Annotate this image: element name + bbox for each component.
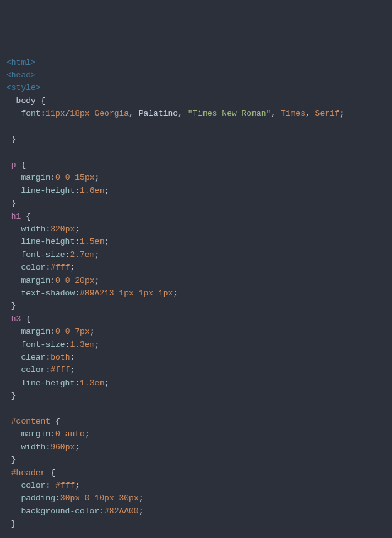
code-line: <html> [6,57,386,69]
code-line: margin:0 0 15px; [6,172,386,184]
code-line: } [6,454,386,466]
code-token [60,173,65,182]
code-token: margin [21,276,50,285]
code-token: 1px [139,288,153,298]
code-token [6,250,21,260]
code-token: 1.3em [70,340,94,349]
code-token: ; [104,186,109,195]
code-token: #fff [50,263,70,272]
code-line: } [6,300,386,312]
code-token: background-color [21,507,99,516]
code-token: , [305,109,315,118]
code-token [6,327,21,336]
code-token: font [21,109,40,118]
code-line: body { [6,95,386,107]
code-token: 7px [75,327,89,336]
code-token: 1.6em [80,186,104,195]
code-token: h1 [11,212,21,221]
code-token [80,493,85,503]
code-token: : [99,507,104,516]
code-token [6,507,21,516]
code-token [6,365,21,375]
code-token: : [75,288,80,298]
code-line: font-size:1.3em; [6,339,386,351]
code-token: color [21,481,45,490]
code-token [6,186,21,195]
code-token: : [75,186,80,195]
code-token: font-size [21,250,65,260]
code-line: background-color:#82AA00; [6,505,386,518]
code-token: } [11,391,16,400]
code-token: : [45,481,55,490]
code-token [50,417,55,426]
code-token [6,442,21,452]
code-token: #82AA00 [104,507,139,516]
code-token: : [50,429,55,439]
code-token: { [41,96,46,106]
code-token: auto [65,429,85,439]
code-token [6,340,21,349]
code-token: Times [281,109,305,118]
code-token: } [11,199,16,208]
code-line: font:11px/18px Georgia, Palatino, "Times… [6,107,386,120]
code-token: ; [340,109,345,118]
code-token: margin [21,429,50,439]
code-token [6,493,21,503]
code-token: : [75,378,80,388]
code-token: { [21,160,26,170]
code-token [6,237,21,246]
code-token: ; [95,173,100,182]
code-token: ; [75,442,80,452]
code-token [6,173,21,182]
code-token: 0 [55,276,60,285]
code-token: } [11,134,16,144]
code-line: padding:30px 0 10px 30px; [6,492,386,505]
code-token: ; [75,481,80,490]
code-token [90,109,95,118]
code-token [114,493,119,503]
code-line: } [6,518,386,530]
code-token: 1.5em [80,237,104,246]
code-token [6,109,21,118]
code-token: #89A213 [80,288,114,298]
code-token: body [6,96,41,106]
code-token: margin [21,173,50,182]
code-token: Georgia [95,109,129,118]
code-token: 11px [45,109,65,118]
code-token: h3 [11,314,21,324]
code-token: } [11,455,16,464]
code-token: 0 [85,493,90,503]
code-token: : [75,237,80,246]
code-token [60,429,65,439]
code-token: ; [139,493,144,503]
code-token: #fff [50,365,70,375]
code-token: 960px [50,442,75,452]
code-line: text-shadow:#89A213 1px 1px 1px; [6,287,386,300]
code-token: clear [21,353,45,362]
code-line: width:960px; [6,441,386,454]
code-token: text-shadow [21,288,75,298]
code-token: 30px [119,493,139,503]
code-token [6,134,11,144]
code-token [6,224,21,234]
code-token: 0 [55,429,60,439]
code-line: h1 { [6,211,386,223]
code-token [6,519,11,529]
code-token: 2.7em [70,250,94,260]
code-token: 18px [70,109,89,118]
code-token [6,314,11,324]
code-token: font-size [21,340,65,349]
code-token: padding [21,493,55,503]
code-token [6,353,21,362]
code-token [6,429,21,439]
code-token: 0 [55,327,60,336]
code-line [6,146,386,158]
code-token [153,288,158,298]
code-line: } [6,197,386,210]
code-token [6,378,21,388]
code-token: 30px [60,493,80,503]
code-token [6,455,11,464]
code-token [134,288,139,298]
code-token: ; [104,378,109,388]
code-token: ; [75,224,80,234]
